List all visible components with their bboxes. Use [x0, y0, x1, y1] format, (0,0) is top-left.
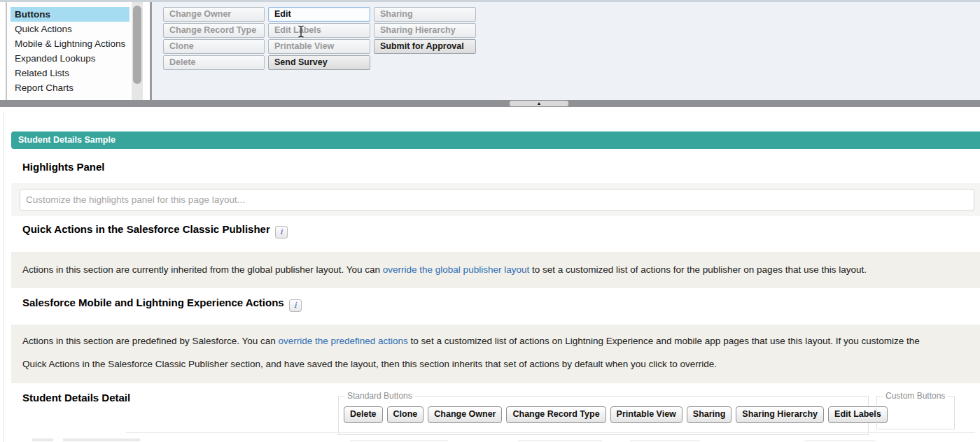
text-cursor-icon	[297, 25, 305, 41]
palette-button-edit-labels[interactable]: Edit Labels	[268, 23, 370, 38]
highlights-panel-customize-field[interactable]: Customize the highlights panel for this …	[20, 189, 974, 211]
palette-button-printable-view[interactable]: Printable View	[268, 39, 370, 54]
detail-button-sharing-hierarchy[interactable]: Sharing Hierarchy	[736, 406, 824, 423]
collapse-arrow-icon: ▲	[537, 101, 542, 106]
info-icon[interactable]: i	[289, 299, 302, 312]
standard-buttons-legend: Standard Buttons	[344, 391, 415, 401]
sidebar-scrollbar-thumb[interactable]	[133, 6, 141, 84]
palette-button-change-owner[interactable]: Change Owner	[163, 7, 265, 22]
clipped-field-hint	[630, 440, 700, 441]
standard-buttons-fieldset: Standard Buttons Delete Clone Change Own…	[338, 396, 869, 435]
palette-button-delete[interactable]: Delete	[163, 55, 265, 70]
palette-button-send-survey[interactable]: Send Survey	[268, 55, 370, 70]
category-quick-actions[interactable]: Quick Actions	[10, 22, 130, 36]
palette-button-grid: Change Owner Edit Sharing Change Record …	[163, 7, 476, 70]
detail-button-change-owner[interactable]: Change Owner	[428, 406, 502, 423]
clipped-field-hint	[805, 440, 875, 441]
palette-button-change-record-type[interactable]: Change Record Type	[163, 23, 265, 38]
override-global-publisher-link[interactable]: override the global publisher layout	[383, 264, 529, 275]
layout-title-bar: Student Details Sample	[11, 131, 980, 149]
detail-button-change-record-type[interactable]: Change Record Type	[506, 406, 606, 423]
clipped-field-hint	[32, 439, 53, 441]
canvas-left-border	[4, 113, 4, 442]
detail-button-delete[interactable]: Delete	[344, 406, 383, 423]
mobile-actions-line1-pre: Actions in this section are predefined b…	[22, 336, 278, 346]
palette-panel: Buttons Quick Actions Mobile & Lightning…	[0, 0, 980, 100]
palette-category-list: Buttons Quick Actions Mobile & Lightning…	[7, 2, 130, 100]
custom-buttons-fieldset: Custom Buttons	[876, 396, 955, 429]
highlights-panel-box: Customize the highlights panel for this …	[11, 183, 980, 216]
panel-collapse-handle[interactable]: ▲	[510, 101, 568, 106]
palette-button-edit[interactable]: Edit	[268, 7, 370, 22]
detail-section-heading: Student Details Detail	[22, 392, 130, 404]
highlights-panel-heading: Highlights Panel	[22, 161, 105, 173]
classic-publisher-text-post: to set a customized list of actions for …	[529, 264, 867, 275]
category-mobile-lightning-actions[interactable]: Mobile & Lightning Actions	[10, 36, 130, 51]
layout-canvas: Student Details Sample Highlights Panel …	[0, 107, 980, 442]
category-related-lists[interactable]: Related Lists	[10, 66, 130, 80]
classic-publisher-heading: Quick Actions in the Salesforce Classic …	[22, 223, 288, 238]
mobile-actions-panel: Actions in this section are predefined b…	[11, 325, 980, 383]
panel-splitter-bar[interactable]	[0, 100, 980, 107]
mobile-actions-heading-text: Salesforce Mobile and Lightning Experien…	[22, 297, 284, 308]
detail-button-printable-view[interactable]: Printable View	[610, 406, 682, 423]
palette-button-sharing[interactable]: Sharing	[374, 7, 476, 22]
clipped-field-hint	[63, 439, 140, 441]
classic-publisher-text: Actions in this section are currently in…	[22, 264, 867, 275]
category-buttons[interactable]: Buttons	[10, 7, 130, 22]
detail-button-sharing[interactable]: Sharing	[687, 406, 732, 423]
palette-button-clone[interactable]: Clone	[163, 39, 265, 54]
palette-button-sharing-hierarchy[interactable]: Sharing Hierarchy	[374, 23, 476, 38]
mobile-actions-line1-post: to set a customized list of actions on L…	[408, 336, 920, 346]
mobile-actions-heading: Salesforce Mobile and Lightning Experien…	[22, 297, 302, 312]
palette-divider	[150, 2, 152, 100]
standard-buttons-row: Delete Clone Change Owner Change Record …	[344, 406, 888, 423]
clipped-field-hint	[518, 440, 602, 441]
classic-publisher-heading-text: Quick Actions in the Salesforce Classic …	[22, 223, 270, 235]
category-report-charts[interactable]: Report Charts	[10, 80, 130, 95]
page-layout-editor: Buttons Quick Actions Mobile & Lightning…	[0, 0, 980, 442]
mobile-actions-line2: Quick Actions in the Salesforce Classic …	[22, 359, 717, 369]
clipped-field-hint	[350, 440, 448, 441]
layout-title: Student Details Sample	[18, 135, 115, 145]
mobile-actions-line1: Actions in this section are predefined b…	[22, 336, 920, 346]
classic-publisher-text-pre: Actions in this section are currently in…	[22, 264, 383, 275]
info-icon[interactable]: i	[275, 226, 288, 238]
override-predefined-actions-link[interactable]: override the predefined actions	[278, 336, 407, 346]
detail-row-divider	[126, 432, 975, 433]
custom-buttons-legend: Custom Buttons	[883, 391, 948, 401]
detail-button-clone[interactable]: Clone	[387, 406, 424, 423]
classic-publisher-panel: Actions in this section are currently in…	[11, 252, 980, 288]
category-expanded-lookups[interactable]: Expanded Lookups	[10, 51, 130, 66]
palette-button-submit-for-approval[interactable]: Submit for Approval	[374, 39, 476, 54]
